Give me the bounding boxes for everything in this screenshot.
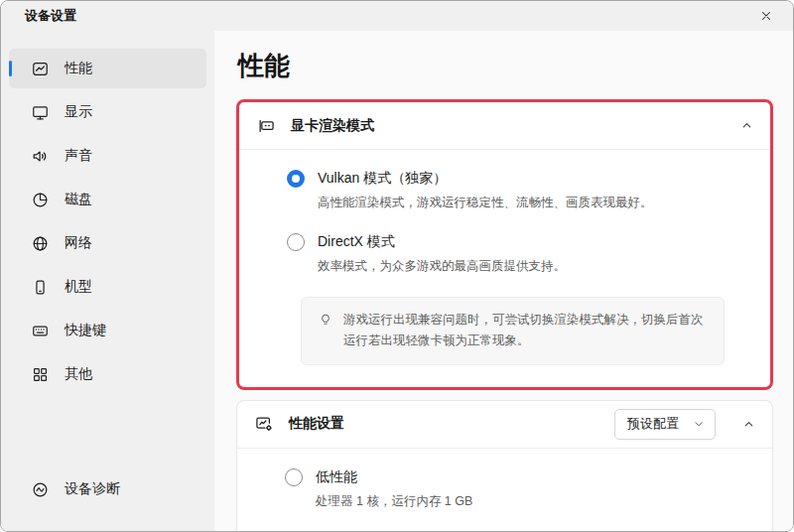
sidebar-item-sound[interactable]: 声音	[9, 136, 206, 176]
keyboard-icon	[31, 322, 50, 340]
sidebar-item-label: 设备诊断	[65, 480, 120, 498]
directx-option-description: 效率模式，为众多游戏的最高画质提供支持。	[318, 258, 746, 275]
lightbulb-icon	[318, 312, 333, 328]
chart-gear-icon	[254, 414, 274, 434]
sidebar-item-performance[interactable]: 性能	[9, 49, 206, 88]
sidebar-item-model[interactable]: 机型	[9, 267, 206, 307]
sidebar-item-label: 其他	[65, 365, 92, 383]
sidebar-item-display[interactable]: 显示	[9, 92, 206, 132]
sidebar-item-label: 快捷键	[65, 322, 106, 339]
preset-config-dropdown[interactable]: 预设配置	[614, 409, 716, 440]
performance-settings-title: 性能设置	[289, 415, 599, 433]
chevron-down-icon	[693, 418, 705, 430]
preset-config-label: 预设配置	[627, 415, 679, 433]
sidebar-item-label: 性能	[65, 60, 92, 77]
titlebar: 设备设置	[1, 1, 793, 31]
grid-icon	[31, 365, 50, 384]
diagnostic-pulse-icon	[31, 480, 50, 499]
device-settings-window: 设备设置 性能	[0, 0, 794, 532]
vulkan-option-description: 高性能渲染模式，游戏运行稳定性、流畅性、画质表现最好。	[318, 195, 746, 211]
render-mode-body: Vulkan 模式（独家） 高性能渲染模式，游戏运行稳定性、流畅性、画质表现最好…	[239, 150, 770, 387]
radio-unchecked-icon[interactable]	[287, 233, 305, 251]
render-mode-tip: 游戏运行出现兼容问题时，可尝试切换渲染模式解决，切换后首次运行若出现轻微卡顿为正…	[301, 297, 725, 365]
chevron-up-icon[interactable]	[740, 119, 753, 132]
vulkan-radio-row[interactable]: Vulkan 模式（独家）	[287, 170, 746, 188]
sidebar-item-label: 声音	[65, 147, 92, 165]
directx-option: DirectX 模式 效率模式，为众多游戏的最高画质提供支持。	[287, 233, 746, 275]
performance-settings-section: 性能设置 预设配置	[236, 400, 773, 532]
close-button[interactable]	[753, 4, 779, 28]
window-title: 设备设置	[25, 7, 76, 25]
sidebar-item-shortcuts[interactable]: 快捷键	[9, 311, 206, 350]
sidebar-item-label: 磁盘	[65, 191, 92, 208]
radio-checked-icon[interactable]	[287, 170, 305, 188]
chevron-up-icon[interactable]	[742, 418, 755, 431]
device-icon	[31, 278, 50, 297]
render-mode-header[interactable]: 显卡渲染模式	[239, 102, 770, 149]
sidebar-item-disk[interactable]: 磁盘	[9, 180, 206, 219]
render-mode-title: 显卡渲染模式	[291, 117, 726, 135]
sidebar-item-diagnostics[interactable]: 设备诊断	[9, 469, 206, 509]
pie-chart-icon	[31, 191, 50, 209]
radio-unchecked-icon[interactable]	[285, 468, 303, 486]
globe-icon	[31, 234, 50, 253]
sidebar-item-other[interactable]: 其他	[9, 354, 206, 394]
low-performance-radio-row[interactable]: 低性能	[285, 468, 748, 486]
sidebar-item-label: 显示	[65, 103, 92, 121]
monitor-icon	[31, 103, 50, 122]
sidebar-item-network[interactable]: 网络	[9, 223, 206, 263]
vulkan-option-label: Vulkan 模式（独家）	[318, 170, 447, 188]
sidebar-item-label: 机型	[65, 278, 92, 296]
trend-chart-icon	[31, 60, 50, 78]
page-title: 性能	[238, 49, 773, 83]
directx-option-label: DirectX 模式	[318, 233, 395, 251]
low-performance-option: 低性能 处理器 1 核，运行内存 1 GB	[285, 468, 748, 510]
directx-radio-row[interactable]: DirectX 模式	[287, 233, 746, 251]
render-mode-section: 显卡渲染模式 Vulkan 模式（独家） 高性能渲染模式，游戏运行稳定性、流畅性…	[236, 99, 773, 390]
gpu-icon	[256, 116, 276, 136]
performance-settings-body: 低性能 处理器 1 核，运行内存 1 GB 中性能	[237, 449, 772, 532]
speaker-icon	[31, 147, 50, 166]
tip-text: 游戏运行出现兼容问题时，可尝试切换渲染模式解决，切换后首次运行若出现轻微卡顿为正…	[343, 310, 708, 352]
vulkan-option: Vulkan 模式（独家） 高性能渲染模式，游戏运行稳定性、流畅性、画质表现最好…	[287, 170, 746, 211]
performance-settings-header[interactable]: 性能设置 预设配置	[237, 401, 772, 448]
low-performance-description: 处理器 1 核，运行内存 1 GB	[316, 493, 748, 510]
main-content: 性能 显卡渲染模式	[214, 31, 793, 532]
low-performance-label: 低性能	[316, 468, 357, 486]
close-icon	[759, 9, 773, 23]
sidebar-item-label: 网络	[65, 234, 92, 252]
sidebar: 性能 显示 声音	[1, 31, 214, 532]
